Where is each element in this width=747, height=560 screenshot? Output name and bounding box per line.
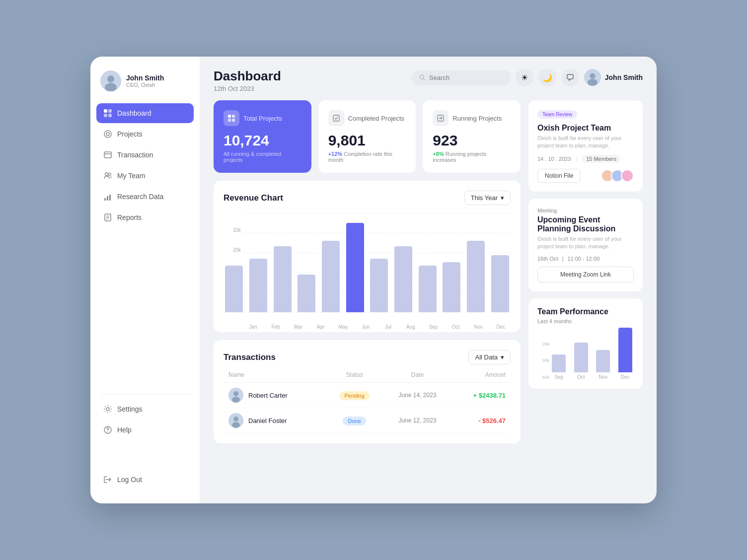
- logout-label: Log Out: [117, 476, 142, 484]
- mini-chart: 50k 30k 20k SepOctNovDec: [537, 330, 634, 380]
- bar: [491, 255, 509, 312]
- x-label: Feb: [266, 324, 285, 330]
- mini-bar-label: Oct: [577, 374, 585, 380]
- notification-button[interactable]: [561, 69, 579, 86]
- stat-sub: +8% Running projects increases: [433, 151, 511, 163]
- header-right: ☀ 🌙: [411, 69, 643, 86]
- x-axis: JanFebMarAprMayJunJulAugSepOctNovDec: [224, 324, 511, 330]
- sidebar-item-label: Reports: [117, 213, 142, 221]
- x-label: Mar: [289, 324, 308, 330]
- sidebar-item-settings[interactable]: Settings: [96, 399, 194, 419]
- svg-rect-9: [104, 152, 111, 158]
- bar: [322, 241, 340, 312]
- col-status: Status: [329, 371, 379, 378]
- logout-button[interactable]: Log Out: [96, 470, 194, 490]
- bar-group: [393, 213, 414, 312]
- sun-button[interactable]: ☀: [516, 69, 533, 86]
- table-row: Robert Carter Pending June 14, 2023 + $2…: [224, 383, 511, 408]
- bar: [225, 266, 243, 312]
- stat-header: Completed Projects: [328, 110, 406, 126]
- mini-bar-group: Sep: [550, 354, 568, 380]
- bar: [274, 246, 292, 312]
- bar-group: [320, 213, 342, 312]
- table-header: Name Status Date Amount: [224, 371, 511, 383]
- transactions-title: Transactions: [224, 352, 276, 362]
- svg-rect-28: [232, 115, 235, 118]
- bar: [443, 262, 460, 312]
- svg-point-20: [106, 408, 109, 411]
- moon-button[interactable]: 🌙: [538, 69, 556, 86]
- projects-icon: [103, 130, 112, 139]
- svg-rect-27: [228, 115, 231, 118]
- sidebar-item-dashboard[interactable]: Dashboard: [96, 103, 194, 123]
- mini-bar-group: Nov: [595, 350, 612, 380]
- sidebar-profile: John Smith CEO, Oxish: [90, 70, 200, 103]
- stat-sub: All running & completed projects: [224, 151, 301, 163]
- team-review-footer: Notion File: [537, 169, 634, 183]
- meeting-label: Meeting: [537, 208, 634, 213]
- team-performance-card: Team Performance Last 4 months 50k 30k 2…: [528, 298, 643, 389]
- research-data-icon: [103, 192, 112, 201]
- chart-filter-label: This Year: [471, 194, 498, 202]
- meeting-time-separator: |: [562, 256, 564, 262]
- search-bar[interactable]: [411, 70, 511, 85]
- team-review-meta: 14 . 10 . 2023 | 15 Members: [537, 155, 634, 163]
- meeting-title: Upcoming Event Planning Discussion: [537, 215, 634, 233]
- sidebar-item-my-team[interactable]: My Team: [96, 166, 194, 186]
- svg-point-12: [109, 173, 111, 176]
- mini-y-axis: 50k 30k 20k: [537, 330, 549, 380]
- x-label: Dec: [491, 324, 511, 330]
- header-user[interactable]: John Smith: [584, 69, 643, 86]
- svg-point-11: [105, 173, 108, 176]
- x-label: May: [333, 324, 353, 330]
- sidebar-item-projects[interactable]: Projects: [96, 124, 194, 144]
- sidebar-item-label: Settings: [117, 405, 143, 413]
- tx-amount: - $526.47: [455, 417, 506, 424]
- profile-role: CEO, Oxish: [126, 82, 164, 88]
- team-performance-subtitle: Last 4 months: [537, 318, 634, 324]
- sidebar-item-transaction[interactable]: Transaction: [96, 145, 194, 165]
- sidebar-item-label: Projects: [117, 130, 143, 138]
- dashboard-icon: [103, 109, 112, 118]
- sidebar-item-label: Help: [117, 426, 132, 434]
- svg-rect-15: [109, 195, 111, 201]
- x-label: Aug: [401, 324, 420, 330]
- members-badge: 15 Members: [582, 155, 620, 163]
- sidebar-item-help[interactable]: Help: [96, 420, 194, 440]
- chart-title: Revenue Chart: [224, 193, 283, 203]
- zoom-link-button[interactable]: Meeting Zoom Link: [537, 267, 634, 282]
- revenue-chart-card: Revenue Chart This Year ▾ 50k 40k 30k: [214, 181, 521, 332]
- stat-value: 923: [433, 132, 511, 149]
- meeting-time-range: 11:00 - 12:00: [567, 256, 599, 262]
- sidebar-divider: [100, 394, 190, 394]
- meeting-time: 16th Oct | 11:00 - 12:00: [537, 256, 634, 262]
- chart-filter-button[interactable]: This Year ▾: [464, 191, 511, 205]
- stat-header: Running Projects: [433, 110, 511, 126]
- avatar-group: [601, 169, 634, 182]
- status-badge: Pending: [339, 391, 369, 400]
- col-date: Date: [379, 371, 455, 378]
- page-header: Dashboard 12th Oct 2023: [214, 69, 281, 92]
- header-username: John Smith: [605, 73, 643, 81]
- meeting-card: Meeting Upcoming Event Planning Discussi…: [528, 199, 643, 291]
- sidebar-item-label: Transaction: [117, 151, 153, 159]
- x-label: Jun: [356, 324, 375, 330]
- bar-group: [296, 213, 317, 312]
- svg-point-8: [106, 133, 109, 136]
- transactions-filter-button[interactable]: All Data ▾: [468, 350, 511, 364]
- transactions-filter-label: All Data: [475, 353, 498, 361]
- svg-rect-3: [104, 109, 107, 113]
- notion-file-button[interactable]: Notion File: [537, 169, 581, 183]
- svg-rect-30: [232, 119, 235, 122]
- search-input[interactable]: [429, 74, 503, 81]
- bar-group: [369, 213, 390, 312]
- content-right: Team Review Oxish Project Team Oxish is …: [528, 100, 643, 493]
- mini-bar-group: Oct: [573, 343, 590, 379]
- sidebar-item-reports[interactable]: Reports: [96, 208, 194, 227]
- chevron-down-icon: ▾: [501, 194, 504, 202]
- chat-icon: [566, 73, 574, 81]
- tx-name: Robert Carter: [228, 388, 329, 403]
- sidebar-item-research-data[interactable]: Research Data: [96, 187, 194, 207]
- transactions-header: Transactions All Data ▾: [224, 350, 511, 364]
- stat-sub: +12% Completion rate this month: [328, 151, 406, 163]
